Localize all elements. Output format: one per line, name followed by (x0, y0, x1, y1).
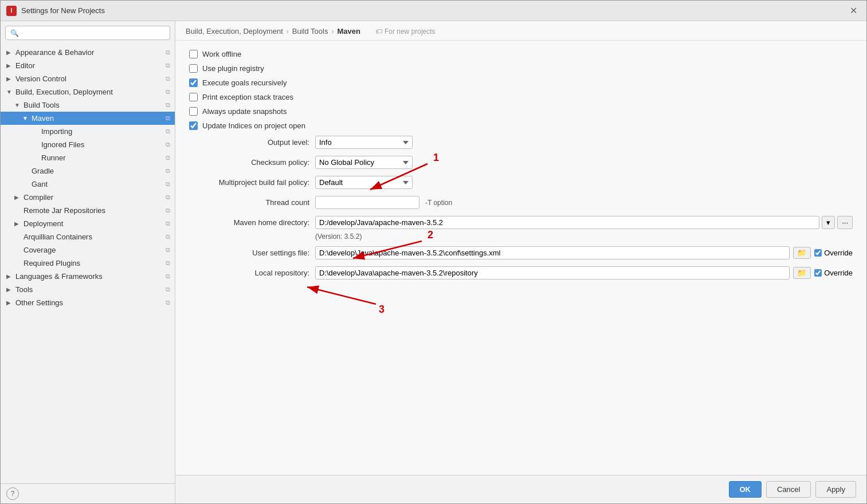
sidebar: 🔍 ▶Appearance & Behavior⧉▶Editor⧉▶Versio… (1, 21, 175, 503)
output-level-row: Output level: Info Debug Quiet (189, 136, 853, 149)
local-repo-browse-button[interactable]: 📁 (793, 267, 811, 279)
checkbox-cb5[interactable] (189, 107, 198, 116)
thread-count-label: Thread count (189, 198, 309, 207)
checkbox-cb1[interactable] (189, 50, 198, 58)
sidebar-item-remote-jar[interactable]: Remote Jar Repositories⧉ (1, 204, 175, 217)
nav-copy-icon-deployment: ⧉ (166, 220, 170, 227)
cancel-button[interactable]: Cancel (766, 481, 811, 498)
user-settings-input-group: 📁 Override (315, 246, 853, 259)
window-title: Settings for New Projects (21, 6, 846, 15)
checkbox-label-cb2: Use plugin registry (202, 64, 264, 73)
nav-label-other-settings: Other Settings (15, 298, 63, 307)
sidebar-item-compiler[interactable]: ▶Compiler⧉ (1, 191, 175, 204)
nav-copy-icon-editor: ⧉ (166, 62, 170, 69)
close-button[interactable]: ✕ (846, 4, 861, 17)
nav-label-languages: Languages & Frameworks (15, 272, 103, 281)
tag-icon: 🏷 (375, 27, 382, 36)
thread-count-input[interactable] (315, 196, 419, 209)
checkbox-cb4[interactable] (189, 93, 198, 101)
nav-label-appearance: Appearance & Behavior (15, 48, 94, 57)
help-button[interactable]: ? (6, 487, 19, 500)
sidebar-item-required-plugins[interactable]: Required Plugins⧉ (1, 257, 175, 270)
nav-copy-icon-runner: ⧉ (166, 154, 170, 162)
sidebar-item-runner[interactable]: Runner⧉ (1, 151, 175, 164)
nav-label-build-tools: Build Tools (23, 101, 60, 109)
maven-home-input[interactable] (315, 216, 819, 229)
user-settings-browse-button[interactable]: 📁 (793, 247, 811, 259)
sidebar-item-build-exec[interactable]: ▼Build, Execution, Deployment⧉ (1, 85, 175, 99)
search-input[interactable] (21, 29, 165, 37)
nav-label-gant: Gant (32, 180, 48, 188)
search-box[interactable]: 🔍 (5, 26, 170, 40)
sidebar-item-gradle[interactable]: Gradle⧉ (1, 164, 175, 178)
breadcrumb-tag: 🏷 For new projects (375, 27, 436, 36)
checkbox-row-cb2: Use plugin registry (189, 64, 853, 73)
sidebar-item-ignored-files[interactable]: Ignored Files⧉ (1, 138, 175, 151)
nav-label-ignored-files: Ignored Files (41, 140, 84, 149)
nav-copy-icon-appearance: ⧉ (166, 49, 170, 56)
sidebar-item-languages[interactable]: ▶Languages & Frameworks⧉ (1, 270, 175, 283)
sidebar-item-importing[interactable]: Importing⧉ (1, 125, 175, 138)
user-settings-override-checkbox[interactable] (814, 249, 822, 257)
checkbox-cb2[interactable] (189, 64, 198, 73)
checksum-policy-label: Checksum policy: (189, 158, 309, 167)
nav-arrow-other-settings: ▶ (6, 300, 13, 306)
checkbox-row-cb6: Update Indices on project open (189, 121, 853, 130)
main-content: 🔍 ▶Appearance & Behavior⧉▶Editor⧉▶Versio… (1, 21, 866, 503)
settings-window: I Settings for New Projects ✕ 🔍 ▶Appeara… (0, 0, 867, 504)
apply-button[interactable]: Apply (815, 481, 856, 498)
nav-label-version-control: Version Control (15, 74, 66, 83)
settings-content: Work offlineUse plugin registryExecute g… (175, 41, 866, 475)
nav-label-deployment: Deployment (23, 219, 63, 228)
search-icon: 🔍 (10, 29, 19, 37)
maven-home-dropdown-button[interactable]: ▾ (822, 216, 835, 229)
sidebar-item-build-tools[interactable]: ▼Build Tools⧉ (1, 99, 175, 112)
breadcrumb-sep2: › (331, 27, 334, 36)
checkbox-cb3[interactable] (189, 78, 198, 87)
nav-label-coverage: Coverage (23, 246, 56, 254)
sidebar-item-arquillian[interactable]: Arquillian Containers⧉ (1, 230, 175, 243)
user-settings-override-label: Override (824, 249, 853, 257)
ok-button[interactable]: OK (729, 481, 762, 498)
local-repo-input-group: 📁 Override (315, 266, 853, 279)
checkbox-cb6[interactable] (189, 121, 198, 130)
sidebar-item-coverage[interactable]: Coverage⧉ (1, 243, 175, 257)
nav-arrow-deployment: ▶ (14, 220, 21, 227)
sidebar-item-appearance[interactable]: ▶Appearance & Behavior⧉ (1, 46, 175, 59)
sidebar-item-other-settings[interactable]: ▶Other Settings⧉ (1, 296, 175, 309)
nav-arrow-maven: ▼ (22, 115, 29, 121)
user-settings-input[interactable] (315, 246, 790, 259)
nav-copy-icon-compiler: ⧉ (166, 194, 170, 201)
multiproject-select[interactable]: Default Never Always (315, 176, 413, 189)
checksum-policy-row: Checksum policy: No Global Policy Warn F… (189, 156, 853, 169)
nav-label-arquillian: Arquillian Containers (23, 233, 92, 241)
bottom-bar: OK Cancel Apply (175, 475, 866, 503)
breadcrumb-part3: Maven (337, 27, 360, 36)
nav-label-editor: Editor (15, 61, 35, 70)
sidebar-item-editor[interactable]: ▶Editor⧉ (1, 59, 175, 72)
nav-copy-icon-arquillian: ⧉ (166, 233, 170, 241)
nav-arrow-appearance: ▶ (6, 49, 13, 56)
nav-copy-icon-ignored-files: ⧉ (166, 141, 170, 148)
sidebar-item-maven[interactable]: ▼Maven⧉ (1, 112, 175, 125)
local-repo-override-checkbox[interactable] (814, 269, 822, 277)
breadcrumb-part2: Build Tools (292, 27, 328, 36)
thread-count-row: Thread count -T option (189, 196, 853, 209)
checksum-policy-select[interactable]: No Global Policy Warn Fail (315, 156, 413, 169)
svg-text:3: 3 (379, 304, 385, 315)
sidebar-item-version-control[interactable]: ▶Version Control⧉ (1, 72, 175, 85)
multiproject-row: Multiproject build fail policy: Default … (189, 176, 853, 189)
output-level-select[interactable]: Info Debug Quiet (315, 136, 413, 149)
thread-count-hint: -T option (425, 199, 452, 207)
sidebar-item-tools[interactable]: ▶Tools⧉ (1, 283, 175, 296)
local-repo-input[interactable] (315, 266, 790, 279)
sidebar-item-gant[interactable]: Gant⧉ (1, 178, 175, 191)
sidebar-item-deployment[interactable]: ▶Deployment⧉ (1, 217, 175, 230)
nav-arrow-editor: ▶ (6, 62, 13, 69)
checkbox-row-cb5: Always update snapshots (189, 107, 853, 116)
nav-arrow-build-tools: ▼ (14, 102, 21, 108)
nav-label-maven: Maven (32, 114, 54, 123)
maven-home-browse-button[interactable]: ··· (837, 216, 853, 229)
right-panel: Build, Execution, Deployment › Build Too… (175, 21, 866, 503)
nav-copy-icon-maven: ⧉ (166, 115, 170, 122)
